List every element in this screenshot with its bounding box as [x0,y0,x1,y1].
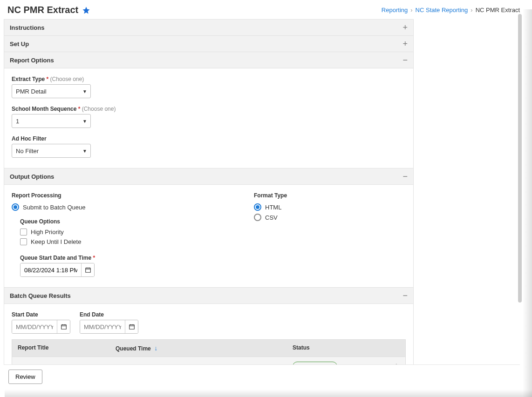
section-header-batch-queue[interactable]: Batch Queue Results − [4,288,414,304]
extract-type-label: Extract Type * (Choose one) [12,76,406,82]
calendar-icon [129,323,135,330]
section-header-setup[interactable]: Set Up + [4,36,414,52]
section-title: Batch Queue Results [10,292,71,299]
start-date-label: Start Date [12,311,70,318]
column-report-title[interactable]: Report Title [12,340,110,357]
calendar-icon [85,267,91,273]
radio-icon [254,203,261,211]
section-title: Instructions [10,24,44,31]
calendar-button[interactable] [57,320,70,333]
school-month-select[interactable]: 1 [12,114,91,128]
end-date-label: End Date [80,311,138,318]
sort-down-icon: ↓ [154,344,157,352]
chevron-right-icon: › [470,7,473,13]
checkbox-icon [20,238,27,245]
section-title: Output Options [10,173,54,180]
checkbox-keep-until-delete[interactable]: Keep Until I Delete [20,238,207,245]
star-icon[interactable] [82,6,90,14]
checkbox-icon [20,229,27,236]
section-header-output-options[interactable]: Output Options − [4,168,414,185]
queue-options-label: Queue Options [20,218,207,225]
minus-icon: − [402,56,408,64]
section-header-report-options[interactable]: Report Options − [4,52,414,68]
radio-format-html[interactable]: HTML [254,203,287,211]
adhoc-filter-label: Ad Hoc Filter [12,135,406,142]
radio-submit-batch[interactable]: Submit to Batch Queue [12,203,207,211]
section-header-instructions[interactable]: Instructions + [4,20,414,36]
section-title: Report Options [10,57,54,64]
adhoc-filter-select[interactable]: No Filter [12,144,91,158]
calendar-button[interactable] [125,320,138,333]
svg-rect-1 [61,325,66,329]
table-header: Report Title Queued Time ↓ Status [12,339,406,357]
section-title: Set Up [10,40,29,47]
breadcrumb-link-reporting[interactable]: Reporting [382,7,408,13]
checkbox-high-priority[interactable]: High Priority [20,229,207,236]
scrollbar[interactable] [518,14,522,303]
calendar-icon [61,323,67,330]
queue-start-label: Queue Start Date and Time * [20,255,207,261]
minus-icon: − [402,291,408,300]
plus-icon: + [402,23,408,32]
minus-icon: − [402,172,408,181]
extract-type-select[interactable]: PMR Detail [12,84,91,98]
end-date-input[interactable] [80,320,125,333]
svg-rect-2 [129,325,134,329]
format-type-label: Format Type [254,192,287,199]
plus-icon: + [402,40,408,48]
footer-bar: Review [4,364,520,389]
start-date-input[interactable] [12,320,57,333]
breadcrumb-link-nc-state[interactable]: NC State Reporting [416,7,468,13]
radio-icon [12,203,19,211]
calendar-button[interactable] [81,263,94,276]
page-title: NC PMR Extract [7,5,78,15]
chevron-right-icon: › [409,7,413,13]
svg-rect-0 [85,268,90,272]
section-body-report-options: Extract Type * (Choose one) PMR Detail ▼ [4,68,414,168]
column-status[interactable]: Status [287,340,389,357]
breadcrumb: Reporting › NC State Reporting › NC PMR … [382,7,520,13]
radio-format-csv[interactable]: CSV [254,214,287,221]
review-button[interactable]: Review [8,370,42,384]
school-month-label: School Month Sequence * (Choose one) [12,106,406,112]
report-processing-label: Report Processing [12,192,207,199]
queue-start-input[interactable] [20,263,81,276]
radio-icon [254,214,261,221]
section-body-output-options: Report Processing Submit to Batch Queue … [4,185,414,288]
breadcrumb-current: NC PMR Extract [476,7,520,13]
column-queued-time[interactable]: Queued Time ↓ [110,340,287,357]
